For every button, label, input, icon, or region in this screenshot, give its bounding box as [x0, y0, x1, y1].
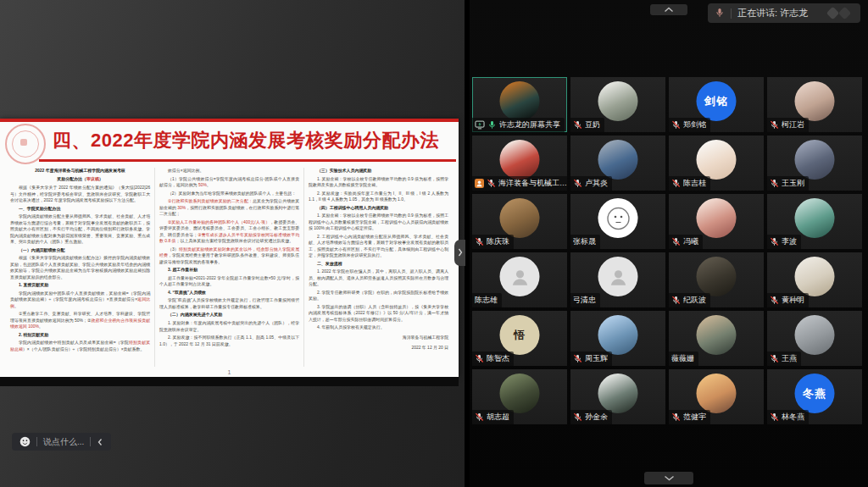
participant-tile[interactable]: 王燕 — [767, 311, 862, 366]
participant-tile[interactable]: 胡志超 — [472, 369, 567, 424]
participant-avatar — [598, 198, 638, 238]
participant-name: 陈吉桂 — [683, 178, 706, 189]
participant-tile[interactable]: 范健宇 — [669, 369, 764, 424]
host-badge-icon — [475, 179, 484, 188]
mic-muted-icon — [770, 412, 779, 422]
participant-tile[interactable]: 孙金余 — [570, 369, 665, 424]
mic-muted-icon — [573, 120, 582, 130]
divider — [731, 8, 732, 19]
participant-name-bar: 纪跃波 — [669, 293, 710, 307]
participant-name-bar: 郑剑铭 — [669, 118, 710, 132]
screen-share-icon — [475, 120, 485, 130]
participant-name-bar: 林冬燕 — [767, 410, 809, 424]
participant-name-bar: 王玉刚 — [767, 176, 809, 191]
participant-tile[interactable]: 弓清忠 — [570, 252, 665, 307]
document-bottom-bar — [0, 377, 459, 386]
participant-name: 海洋装备与机械工程... — [498, 178, 567, 189]
mic-icon — [715, 6, 725, 21]
participant-tile[interactable]: 冯曦 — [669, 194, 764, 249]
quick-chat-bar: 说点什么... — [12, 433, 111, 451]
participant-avatar — [500, 374, 540, 413]
participant-name: 豆奶 — [585, 119, 600, 130]
participant-avatar — [598, 257, 638, 296]
participant-tile[interactable]: 许志龙的屏幕共享 — [472, 77, 567, 132]
participant-name: 纪跃波 — [683, 295, 706, 306]
participant-tile[interactable]: 薇薇姗 — [669, 311, 764, 366]
participant-tile[interactable]: 黄种明 — [767, 252, 862, 307]
participant-avatar — [795, 81, 835, 121]
mic-muted-icon — [770, 120, 779, 130]
screen-share-view: 四、2022年度学院内涵发展考核奖励分配办法 2022 年度海洋装备与机械工程学… — [0, 0, 465, 487]
participant-tile[interactable]: 海洋装备与机械工程... — [472, 136, 567, 191]
scroll-up-button[interactable] — [650, 4, 687, 15]
mic-muted-icon — [770, 179, 779, 188]
participant-name-bar: 孙金余 — [570, 410, 612, 424]
participant-name: 陈志雄 — [475, 295, 498, 306]
participant-name: 薇薇姗 — [671, 353, 694, 364]
participant-tile[interactable]: 柯江岩 — [767, 77, 862, 132]
participant-name-bar: 弓清忠 — [570, 293, 600, 307]
participant-avatar — [500, 198, 540, 238]
participant-avatar — [795, 257, 835, 296]
participant-tile[interactable]: 悟陈智杰 — [472, 311, 567, 366]
participant-name: 胡志超 — [487, 412, 509, 423]
participant-tile[interactable]: 剑铭郑剑铭 — [669, 77, 764, 132]
document-page-number: 1 — [228, 369, 231, 375]
participant-avatar — [500, 257, 540, 296]
participant-tile[interactable]: 卢其炎 — [570, 136, 665, 191]
mic-muted-icon — [770, 237, 779, 246]
participant-name-bar: 陈吉桂 — [669, 176, 710, 191]
participant-avatar — [697, 374, 737, 413]
mic-muted-icon — [671, 120, 681, 130]
participant-tile[interactable]: 豆奶 — [570, 77, 665, 132]
participant-name: 卢其炎 — [585, 178, 608, 189]
chevron-left-icon[interactable] — [97, 438, 103, 446]
participant-name: 郑剑铭 — [683, 119, 706, 130]
participant-tile[interactable]: 周玉辉 — [570, 311, 665, 366]
participant-tile[interactable]: 王玉刚 — [767, 136, 862, 191]
shared-document: 四、2022年度学院内涵发展考核奖励分配办法 2022 年度海洋装备与机械工程学… — [0, 119, 459, 377]
participant-name: 弓清忠 — [573, 295, 596, 306]
participant-avatar — [598, 315, 638, 355]
mic-muted-icon — [573, 412, 582, 422]
divider — [36, 437, 37, 446]
participant-tile[interactable]: 陈庆珠 — [472, 194, 567, 249]
participant-avatar — [795, 140, 835, 180]
participant-name: 林冬燕 — [782, 412, 804, 423]
participant-name-bar: 陈智杰 — [472, 351, 514, 366]
participant-tile[interactable]: 李波 — [767, 194, 862, 249]
participant-tile[interactable]: 陈吉桂 — [669, 136, 764, 191]
participant-name: 孙金余 — [585, 412, 608, 423]
participant-name-bar: 许志龙的屏幕共享 — [472, 118, 565, 132]
participant-tile[interactable]: 冬燕林冬燕 — [767, 369, 862, 424]
scroll-down-button[interactable] — [644, 472, 693, 484]
participant-avatar — [795, 198, 835, 238]
participant-name: 周玉辉 — [585, 353, 608, 364]
participant-avatar — [598, 81, 638, 121]
participant-avatar: 冬燕 — [795, 374, 835, 413]
participant-name-bar: 范健宇 — [669, 410, 710, 424]
panel-collapse-button[interactable] — [454, 240, 465, 266]
participant-avatar — [697, 257, 737, 296]
participant-avatar — [697, 198, 737, 238]
participant-avatar — [697, 140, 737, 180]
participant-avatar — [500, 140, 540, 180]
participant-name-bar: 薇薇姗 — [669, 351, 698, 366]
participant-name: 冯曦 — [683, 236, 698, 247]
participant-tile[interactable]: 陈志雄 — [472, 252, 567, 307]
mic-muted-icon — [770, 296, 779, 305]
participant-name-bar: 周玉辉 — [570, 351, 612, 366]
mic-active-icon — [487, 120, 497, 130]
participant-name-bar: 陈庆珠 — [472, 235, 514, 249]
participant-tile[interactable]: 张标晟 — [570, 194, 665, 249]
meeting-logo-icon — [821, 5, 860, 22]
smiley-icon[interactable] — [19, 436, 31, 447]
chat-input[interactable]: 说点什么... — [43, 436, 84, 448]
participant-name: 陈庆珠 — [487, 236, 509, 247]
participant-name-bar: 陈志雄 — [472, 293, 502, 307]
speaking-label: 正在讲话: 许志龙 — [737, 7, 808, 19]
participant-grid: 许志龙的屏幕共享豆奶剑铭郑剑铭柯江岩海洋装备与机械工程...卢其炎陈吉桂王玉刚陈… — [472, 77, 862, 424]
document-column: （三）实验技术人员内涵奖励1. 奖励金额：学校以全校专任教师绩效平均数的 0.9… — [303, 168, 453, 367]
participant-name: 王燕 — [782, 353, 797, 364]
participant-tile[interactable]: 纪跃波 — [669, 252, 764, 307]
